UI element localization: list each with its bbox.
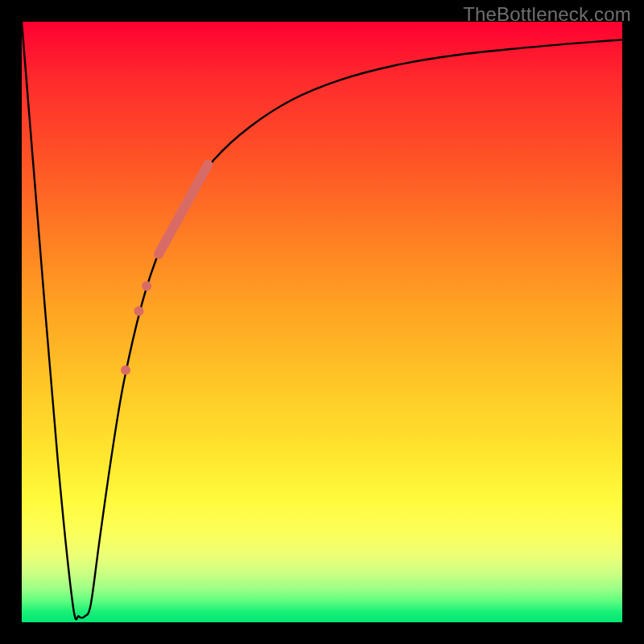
curve-layer: [22, 22, 622, 622]
plot-area: [22, 22, 622, 622]
marker-segment: [159, 165, 208, 254]
bottleneck-curve: [22, 22, 622, 619]
watermark-text: TheBottleneck.com: [463, 3, 631, 26]
marker-dot: [134, 307, 143, 316]
marker-group: [121, 165, 208, 375]
chart-frame: TheBottleneck.com: [0, 0, 644, 644]
marker-dot: [121, 365, 130, 375]
marker-dot: [142, 281, 151, 291]
